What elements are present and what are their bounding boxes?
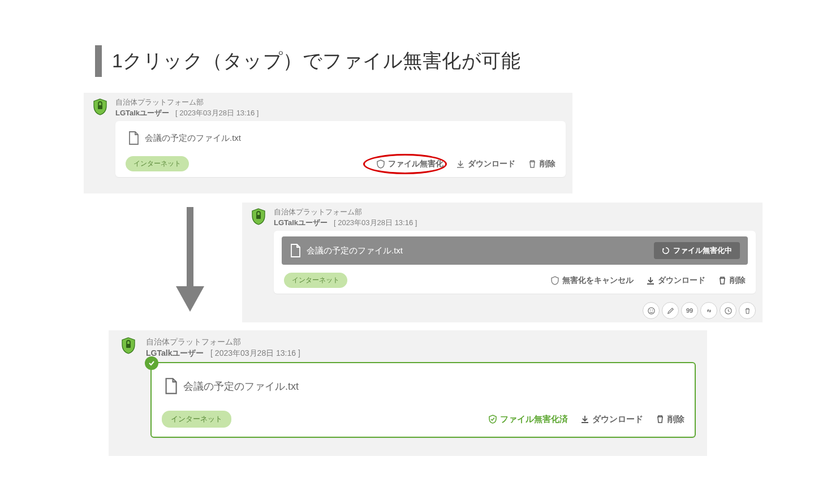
user-name: LGTalkユーザー bbox=[274, 218, 328, 227]
flow-arrow-down bbox=[167, 201, 213, 315]
file-name: 会議の予定のファイル.txt bbox=[145, 133, 241, 144]
sanitizing-status-chip: ファイル無害化中 bbox=[654, 242, 740, 259]
download-label: ダウンロード bbox=[468, 159, 515, 169]
action-row: インターネット ファイル無害化済 ダウンロード 削除 bbox=[162, 411, 684, 428]
svg-point-5 bbox=[648, 307, 654, 313]
file-name: 会議の予定のファイル.txt bbox=[183, 380, 299, 393]
file-row-processing: 会議の予定のファイル.txt ファイル無害化中 bbox=[282, 236, 748, 265]
svg-rect-2 bbox=[98, 105, 102, 109]
department-label: 自治体プラットフォーム部 bbox=[146, 336, 300, 347]
user-line: LGTalkユーザー [ 2023年03月28日 13:16 ] bbox=[146, 347, 300, 359]
message-meta: 自治体プラットフォーム部 LGTalkユーザー [ 2023年03月28日 13… bbox=[115, 97, 259, 119]
download-button[interactable]: ダウンロード bbox=[456, 159, 515, 169]
avatar-shield-icon bbox=[249, 207, 268, 226]
quote-icon: 99 bbox=[686, 307, 693, 314]
file-icon bbox=[164, 378, 178, 395]
avatar-shield-icon bbox=[119, 336, 138, 355]
sanitizing-label: ファイル無害化中 bbox=[673, 245, 732, 256]
user-name: LGTalkユーザー bbox=[115, 109, 169, 117]
avatar-shield-icon bbox=[91, 97, 110, 117]
file-panel: 会議の予定のファイル.txt ファイル無害化中 インターネット 無害化をキャンセ… bbox=[274, 231, 756, 294]
timestamp: [ 2023年03月28日 13:16 ] bbox=[175, 109, 259, 117]
history-button[interactable] bbox=[720, 302, 737, 319]
heading-accent-bar bbox=[95, 45, 102, 77]
file-icon bbox=[290, 244, 301, 257]
action-row: インターネット 無害化をキャンセル ダウンロード 削除 bbox=[284, 273, 746, 288]
download-label: ダウンロード bbox=[592, 414, 643, 425]
download-label: ダウンロード bbox=[658, 275, 705, 286]
message-toolbar: 99 bbox=[643, 302, 756, 319]
svg-point-6 bbox=[649, 309, 651, 311]
edit-button[interactable] bbox=[662, 302, 679, 319]
download-button[interactable]: ダウンロード bbox=[580, 414, 643, 425]
network-badge: インターネット bbox=[126, 156, 189, 171]
sanitized-status: ファイル無害化済 bbox=[488, 414, 568, 425]
file-actions: 無害化をキャンセル ダウンロード 削除 bbox=[550, 275, 746, 286]
svg-point-7 bbox=[652, 309, 653, 311]
svg-rect-9 bbox=[126, 344, 131, 348]
delete-label: 削除 bbox=[540, 159, 555, 169]
user-line: LGTalkユーザー [ 2023年03月28日 13:16 ] bbox=[274, 218, 417, 229]
delete-label: 削除 bbox=[667, 414, 684, 425]
message-card-initial: 自治体プラットフォーム部 LGTalkユーザー [ 2023年03月28日 13… bbox=[84, 93, 572, 193]
delete-button[interactable]: 削除 bbox=[528, 159, 555, 169]
download-button[interactable]: ダウンロード bbox=[646, 275, 705, 286]
message-meta: 自治体プラットフォーム部 LGTalkユーザー [ 2023年03月28日 13… bbox=[146, 336, 300, 359]
heading-text: 1クリック（タップ）でファイル無害化が可能 bbox=[112, 48, 520, 74]
svg-marker-1 bbox=[176, 286, 204, 312]
network-badge: インターネット bbox=[284, 273, 347, 288]
trash-button[interactable] bbox=[739, 302, 756, 319]
user-line: LGTalkユーザー [ 2023年03月28日 13:16 ] bbox=[115, 108, 259, 119]
delete-label: 削除 bbox=[730, 275, 746, 286]
sanitize-label: ファイル無害化 bbox=[388, 159, 443, 169]
emoji-button[interactable] bbox=[643, 302, 660, 319]
action-row: インターネット ファイル無害化 ダウンロード 削除 bbox=[126, 156, 555, 171]
sanitize-button[interactable]: ファイル無害化 bbox=[376, 159, 443, 169]
svg-rect-3 bbox=[256, 215, 261, 219]
file-actions: ファイル無害化済 ダウンロード 削除 bbox=[488, 414, 684, 425]
message-card-sanitized: 自治体プラットフォーム部 LGTalkユーザー [ 2023年03月28日 13… bbox=[109, 330, 707, 456]
message-card-processing: 自治体プラットフォーム部 LGTalkユーザー [ 2023年03月28日 13… bbox=[242, 203, 763, 322]
message-meta: 自治体プラットフォーム部 LGTalkユーザー [ 2023年03月28日 13… bbox=[274, 207, 417, 229]
file-row: 会議の予定のファイル.txt bbox=[162, 374, 684, 398]
cancel-sanitize-label: 無害化をキャンセル bbox=[562, 275, 634, 286]
department-label: 自治体プラットフォーム部 bbox=[115, 97, 259, 108]
network-badge: インターネット bbox=[162, 411, 231, 428]
file-name: 会議の予定のファイル.txt bbox=[307, 245, 403, 256]
file-row: 会議の予定のファイル.txt bbox=[126, 128, 555, 148]
delete-button[interactable]: 削除 bbox=[656, 414, 684, 425]
file-actions: ファイル無害化 ダウンロード 削除 bbox=[376, 159, 555, 169]
delete-button[interactable]: 削除 bbox=[718, 275, 746, 286]
link-button[interactable] bbox=[700, 302, 717, 319]
file-panel: 会議の予定のファイル.txt インターネット ファイル無害化 ダウンロード 削除 bbox=[115, 121, 566, 177]
user-name: LGTalkユーザー bbox=[146, 348, 204, 357]
quote-button[interactable]: 99 bbox=[681, 302, 698, 319]
file-panel-sanitized: 会議の予定のファイル.txt インターネット ファイル無害化済 ダウンロード 削… bbox=[150, 362, 696, 438]
sanitized-check-badge bbox=[145, 356, 158, 370]
file-icon bbox=[128, 131, 139, 145]
page-heading: 1クリック（タップ）でファイル無害化が可能 bbox=[95, 45, 520, 77]
sanitized-label: ファイル無害化済 bbox=[500, 414, 568, 425]
cancel-sanitize-button[interactable]: 無害化をキャンセル bbox=[550, 275, 634, 286]
spinner-icon bbox=[662, 247, 670, 255]
timestamp: [ 2023年03月28日 13:16 ] bbox=[334, 218, 417, 227]
timestamp: [ 2023年03月28日 13:16 ] bbox=[210, 348, 300, 357]
department-label: 自治体プラットフォーム部 bbox=[274, 207, 417, 218]
